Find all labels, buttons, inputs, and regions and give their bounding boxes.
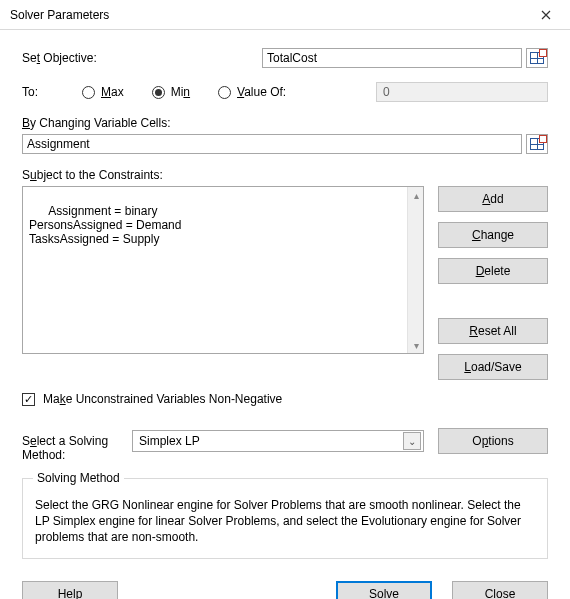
solving-method-select[interactable]: Simplex LP ⌄ — [132, 430, 424, 452]
range-picker-icon — [530, 52, 544, 64]
options-button[interactable]: Options — [438, 428, 548, 454]
window-close-button[interactable] — [524, 1, 568, 29]
nonnegative-checkbox[interactable]: ✓ Make Unconstrained Variables Non-Negat… — [22, 392, 548, 406]
changing-cells-range-picker[interactable] — [526, 134, 548, 154]
checkbox-indicator: ✓ — [22, 393, 35, 406]
changing-cells-input[interactable] — [22, 134, 522, 154]
value-of-input[interactable]: 0 — [376, 82, 548, 102]
groupbox-text: Select the GRG Nonlinear engine for Solv… — [35, 497, 535, 546]
constraints-label: Subject to the Constraints: — [22, 168, 548, 182]
load-save-button[interactable]: Load/Save — [438, 354, 548, 380]
radio-min-indicator — [152, 86, 165, 99]
radio-min[interactable]: Min — [152, 85, 190, 99]
range-picker-icon — [530, 138, 544, 150]
close-button[interactable]: Close — [452, 581, 548, 599]
window-title: Solver Parameters — [10, 8, 109, 22]
constraints-listbox[interactable]: Assignment = binary PersonsAssigned = De… — [22, 186, 424, 354]
solving-method-groupbox: Solving Method Select the GRG Nonlinear … — [22, 478, 548, 559]
groupbox-title: Solving Method — [33, 471, 124, 485]
title-bar: Solver Parameters — [0, 0, 570, 30]
to-radio-group: Max Min Value Of: — [82, 85, 286, 99]
solve-button[interactable]: Solve — [336, 581, 432, 599]
close-icon — [541, 10, 551, 20]
objective-range-picker[interactable] — [526, 48, 548, 68]
radio-value-of[interactable]: Value Of: — [218, 85, 286, 99]
to-label: To: — [22, 85, 82, 99]
changing-cells-label: By Changing Variable Cells: — [22, 116, 548, 130]
objective-input[interactable] — [262, 48, 522, 68]
set-objective-label: Set Objective: — [22, 51, 262, 65]
reset-all-button[interactable]: Reset All — [438, 318, 548, 344]
scroll-up-icon: ▴ — [408, 187, 424, 203]
radio-max-indicator — [82, 86, 95, 99]
radio-value-indicator — [218, 86, 231, 99]
solving-method-label: Select a Solving Method: — [22, 420, 118, 462]
help-button[interactable]: Help — [22, 581, 118, 599]
scroll-down-icon: ▾ — [408, 337, 424, 353]
add-button[interactable]: Add — [438, 186, 548, 212]
radio-max[interactable]: Max — [82, 85, 124, 99]
scrollbar[interactable]: ▴ ▾ — [407, 187, 423, 353]
change-button[interactable]: Change — [438, 222, 548, 248]
chevron-down-icon: ⌄ — [403, 432, 421, 450]
delete-button[interactable]: Delete — [438, 258, 548, 284]
